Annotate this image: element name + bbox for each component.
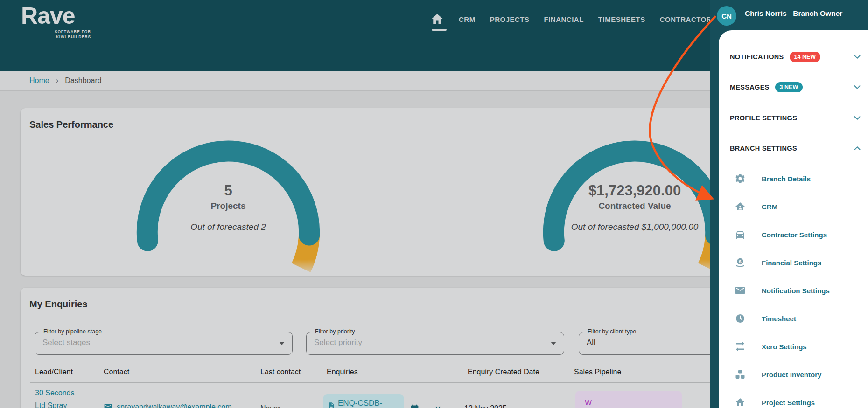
sales-performance-title: Sales Performance	[29, 119, 113, 130]
projects-gauge-forecast: Out of forecasted 2	[135, 222, 322, 232]
chevron-down-icon	[852, 52, 862, 62]
rave-logo[interactable]: Rave SOFTWARE FOR KIWI BUILDERS	[21, 3, 91, 40]
enquiry-ref-text: ENQ-CSDB-	[338, 399, 382, 408]
contracted-value-gauge-forecast: Out of forecasted $1,000,000.00	[541, 222, 714, 232]
table-header-divider	[30, 382, 714, 383]
sales-pipeline-text: W	[585, 399, 592, 407]
pipeline-stage-filter-value: Select stages	[42, 338, 90, 347]
home-icon	[735, 397, 746, 408]
projects-gauge-text: 5 Projects Out of forecasted 2	[135, 183, 322, 232]
chevron-up-icon	[852, 143, 862, 153]
menu-item-crm[interactable]: CRM	[733, 199, 863, 214]
menu-item-product-inventory[interactable]: Product Inventory	[733, 367, 863, 382]
pipeline-stage-filter-label: Filter by pipeline stage	[41, 328, 104, 335]
client-type-filter-value: All	[587, 338, 595, 347]
enquiry-created-date-value: 12 Nov 2025	[464, 404, 507, 408]
menu-item-contractor-settings[interactable]: Contractor Settings	[733, 227, 863, 242]
boxes-icon	[735, 369, 746, 380]
car-icon	[735, 229, 746, 240]
col-header-last-contact: Last contact	[260, 368, 301, 376]
svg-text:$: $	[739, 259, 742, 264]
logo-tagline: SOFTWARE FOR KIWI BUILDERS	[21, 29, 91, 40]
contact-email-text: sprayandwalkaway@example.com	[117, 403, 232, 408]
my-enquiries-card: My Enquiries Filter by pipeline stage Se…	[21, 288, 714, 408]
projects-gauge-value: 5	[135, 183, 322, 199]
gear-icon	[735, 173, 746, 184]
col-header-lead-client: Lead/Client	[35, 368, 73, 376]
lead-client-link[interactable]: 30 Seconds Ltd Spray	[35, 387, 84, 408]
sales-pipeline-chip[interactable]: W	[575, 391, 682, 408]
contracted-value-gauge-text: $1,723,920.00 Contracted Value Out of fo…	[541, 183, 714, 232]
breadcrumb-home-link[interactable]: Home	[29, 76, 49, 85]
envelope-icon	[735, 285, 746, 296]
section-branch-settings[interactable]: BRANCH SETTINGS	[730, 139, 862, 158]
chevron-down-icon	[852, 113, 862, 123]
notifications-badge: 14 NEW	[790, 52, 821, 62]
client-type-filter[interactable]: Filter by client type All	[579, 332, 714, 355]
sales-performance-card: Sales Performance 5 Projects Out of fore…	[21, 108, 714, 276]
contact-email[interactable]: sprayandwalkaway@example.com	[104, 402, 232, 408]
avatar[interactable]: CN	[717, 6, 736, 26]
section-profile-settings[interactable]: PROFILE SETTINGS	[730, 109, 862, 127]
priority-filter-label: Filter by priority	[313, 328, 357, 335]
priority-filter[interactable]: Filter by priority Select priority	[306, 332, 564, 355]
user-menu-panel: NOTIFICATIONS 14 NEW MESSAGES 3 NEW PROF…	[719, 30, 868, 408]
contracted-value-gauge-label: Contracted Value	[541, 201, 714, 212]
menu-item-notification-settings[interactable]: Notification Settings	[733, 283, 863, 298]
logo-wordmark: Rave	[21, 3, 91, 29]
col-header-enquiries: Enquiries	[327, 368, 358, 376]
projects-gauge-label: Projects	[135, 201, 322, 212]
app-window: Rave SOFTWARE FOR KIWI BUILDERS CRM PROJ…	[0, 0, 868, 408]
dropdown-arrow-icon	[279, 342, 285, 345]
col-header-contact: Contact	[104, 368, 129, 376]
messages-badge: 3 NEW	[775, 82, 803, 92]
section-messages[interactable]: MESSAGES 3 NEW	[730, 78, 862, 97]
main-nav: CRM PROJECTS FINANCIAL TIMESHEETS CONTRA…	[430, 10, 744, 28]
pipeline-stage-filter[interactable]: Filter by pipeline stage Select stages	[35, 332, 293, 355]
breadcrumb-current: Dashboard	[65, 76, 101, 85]
menu-item-xero-settings[interactable]: Xero Settings	[733, 339, 863, 354]
dropdown-arrow-icon	[551, 342, 556, 345]
home-user-icon	[735, 201, 746, 212]
active-nav-underline	[432, 29, 447, 31]
col-header-enquiry-created-date: Enquiry Created Date	[468, 368, 539, 376]
document-icon	[328, 402, 335, 408]
email-envelope-icon	[104, 402, 112, 408]
nav-item-crm[interactable]: CRM	[459, 15, 476, 23]
priority-filter-value: Select priority	[314, 338, 362, 347]
clock-icon	[735, 313, 746, 324]
nav-item-timesheets[interactable]: TIMESHEETS	[598, 15, 645, 23]
menu-item-financial-settings[interactable]: $ Financial Settings	[733, 255, 863, 270]
home-icon[interactable]	[430, 12, 444, 26]
chevron-down-icon	[852, 82, 862, 92]
contracted-value-gauge-value: $1,723,920.00	[541, 183, 714, 199]
menu-item-project-settings[interactable]: Project Settings	[733, 395, 863, 408]
breadcrumb: Home › Dashboard	[29, 76, 102, 85]
user-menu-drawer: CN Chris Norris - Branch Owner NOTIFICAT…	[710, 0, 868, 408]
section-notifications[interactable]: NOTIFICATIONS 14 NEW	[730, 48, 862, 66]
close-action-icon[interactable]	[433, 404, 443, 408]
nav-item-financial[interactable]: FINANCIAL	[544, 15, 584, 23]
client-type-filter-label: Filter by client type	[585, 328, 638, 335]
swap-arrows-icon	[735, 341, 746, 352]
nav-item-projects[interactable]: PROJECTS	[490, 15, 530, 23]
my-enquiries-title: My Enquiries	[29, 299, 87, 310]
enquiry-ref-chip[interactable]: ENQ-CSDB-	[323, 394, 404, 408]
menu-item-timesheet[interactable]: Timesheet	[733, 311, 863, 326]
last-contact-value: Never	[260, 404, 280, 408]
calendar-action-icon[interactable]	[410, 404, 420, 408]
coin-dollar-icon: $	[735, 257, 746, 268]
menu-item-branch-details[interactable]: Branch Details	[733, 171, 863, 186]
col-header-sales-pipeline: Sales Pipeline	[574, 368, 621, 376]
user-name-role: Chris Norris - Branch Owner	[745, 9, 842, 18]
breadcrumb-separator: ›	[56, 76, 59, 85]
